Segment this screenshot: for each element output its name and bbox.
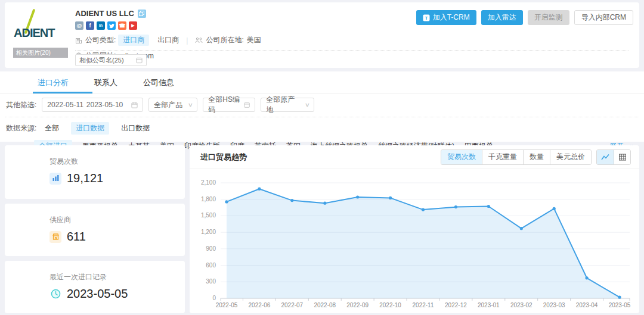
import-type-badge[interactable]: 进口商 (118, 35, 149, 46)
similar-company-text: 相似公司名(25) (79, 56, 124, 65)
chart-header: 进口贸易趋势 贸易次数 千克重量 数量 美元总价 (190, 145, 639, 169)
trade-count-label: 贸易次数 (49, 157, 185, 167)
svg-text:2023-02: 2023-02 (510, 302, 532, 308)
copy-icon[interactable] (138, 10, 146, 18)
calendar-icon (131, 102, 138, 108)
origin-select[interactable]: 全部原产地 ∨ (261, 98, 314, 112)
metric-trade-count[interactable]: 贸易次数 (441, 150, 482, 164)
table-view-button[interactable] (614, 150, 630, 164)
related-images-label[interactable]: 相关图片(20) (13, 48, 68, 58)
company-type-row: 公司类型: 进口商 出口商 | 公司所在地: 美国 (75, 35, 261, 46)
view-toggle-group (596, 149, 631, 165)
start-monitor-button[interactable]: 开启监测 (528, 10, 569, 25)
svg-text:2022-10: 2022-10 (379, 302, 401, 308)
suppliers-value: 611 (67, 230, 86, 244)
trend-line-chart: 03006009001,2001,5001,8002,1002022-05202… (190, 171, 639, 313)
location-label: 公司所在地: (206, 35, 243, 45)
add-radar-button[interactable]: 加入雷达 (481, 10, 523, 25)
svg-text:600: 600 (206, 262, 216, 269)
svg-text:2022-06: 2022-06 (249, 302, 271, 308)
logo-text: ADIENT (14, 26, 54, 40)
metric-kg-weight[interactable]: 千克重量 (482, 150, 523, 164)
data-source-label: 数据来源: (6, 123, 36, 133)
export-type-option[interactable]: 出口商 (157, 35, 179, 45)
filter-label: 其他筛选: (6, 100, 36, 110)
linkedin-icon[interactable]: in (97, 21, 105, 30)
company-name: ADIENT US LLC (75, 9, 134, 18)
last-import-value: 2023-05-05 (67, 287, 128, 301)
metric-usd-total[interactable]: 美元总价 (550, 150, 591, 164)
product-select[interactable]: 全部产品 ∨ (148, 98, 197, 112)
tab-import-analysis[interactable]: 进口分析 (38, 71, 69, 93)
chevron-down-icon: ∨ (304, 102, 309, 108)
people-icon (195, 37, 203, 43)
phone-icon[interactable]: ☎ (118, 21, 126, 30)
twitter-icon[interactable] (107, 21, 116, 30)
date-end: 2023-05-10 (86, 101, 123, 109)
facebook-icon[interactable]: f (86, 21, 94, 30)
clock-icon (49, 288, 61, 300)
tab-company-info[interactable]: 公司信息 (143, 71, 174, 93)
svg-text:2023-04: 2023-04 (576, 302, 598, 308)
data-source-import[interactable]: 进口数据 (71, 122, 109, 135)
last-import-card: 最近一次进口记录 2023-05-05 (5, 261, 185, 313)
dotted-divider (75, 50, 628, 51)
svg-text:1,500: 1,500 (201, 212, 216, 219)
origin-select-value: 全部原产地 (266, 95, 301, 115)
svg-text:900: 900 (206, 245, 216, 252)
panel-icon (244, 102, 250, 108)
data-source-export[interactable]: 出口数据 (121, 123, 150, 133)
t-crm-icon: T (423, 14, 430, 21)
suppliers-card: 供应商 611 (5, 204, 185, 256)
panel-icon (136, 57, 143, 64)
dotted-divider (5, 117, 639, 117)
company-name-row: ADIENT US LLC (75, 9, 261, 18)
svg-text:2023-01: 2023-01 (478, 302, 500, 308)
social-icons-row: @ f in ☎ ▶ (75, 21, 261, 30)
last-import-label: 最近一次进口记录 (49, 272, 185, 282)
trade-count-card: 贸易次数 19,121 (5, 145, 185, 199)
company-header-card: ADIENT 相关图片(20) ADIENT US LLC @ f in ☎ ▶… (5, 2, 639, 68)
metric-quantity[interactable]: 数量 (523, 150, 550, 164)
svg-text:2023-05: 2023-05 (609, 302, 631, 308)
add-tcrm-button[interactable]: T 加入T-CRM (416, 10, 476, 25)
svg-text:2022-07: 2022-07 (281, 302, 303, 308)
youtube-icon[interactable]: ▶ (129, 21, 137, 30)
line-chart-icon (601, 154, 609, 161)
building-icon (75, 37, 82, 44)
svg-text:2022-08: 2022-08 (314, 302, 336, 308)
import-crm-button[interactable]: 导入内部CRM (574, 10, 633, 25)
svg-text:2022-09: 2022-09 (346, 302, 369, 308)
vertical-divider: | (186, 36, 188, 45)
hs-code-value: 全部HS编码 (208, 95, 244, 115)
similar-company-input[interactable]: 相似公司名(25) (75, 54, 147, 66)
filter-row: 其他筛选: 2022-05-11 2023-05-10 全部产品 ∨ 全部HS编… (0, 98, 644, 112)
metric-button-group: 贸易次数 千克重量 数量 美元总价 (441, 149, 592, 165)
trend-chart-card: 进口贸易趋势 贸易次数 千克重量 数量 美元总价 03006009001,200… (190, 145, 639, 313)
data-source-all[interactable]: 全部 (45, 123, 59, 133)
chart-title: 进口贸易趋势 (200, 152, 247, 163)
svg-text:2023-03: 2023-03 (543, 302, 565, 308)
line-chart-view-button[interactable] (597, 150, 614, 164)
product-select-value: 全部产品 (154, 100, 182, 110)
supplier-store-icon (49, 231, 61, 243)
bar-chart-icon (49, 173, 61, 185)
svg-text:0: 0 (212, 295, 216, 301)
tab-contacts[interactable]: 联系人 (94, 71, 117, 93)
svg-text:T: T (425, 15, 428, 21)
svg-text:1,800: 1,800 (201, 196, 216, 202)
website-at-icon[interactable]: @ (75, 21, 83, 30)
hs-code-select[interactable]: 全部HS编码 (203, 98, 255, 112)
svg-text:300: 300 (206, 278, 216, 285)
trade-count-value: 19,121 (67, 171, 103, 185)
chevron-down-icon: ∨ (187, 102, 193, 108)
svg-text:2022-05: 2022-05 (216, 302, 238, 308)
date-start: 2022-05-11 (47, 101, 83, 109)
suppliers-label: 供应商 (49, 215, 185, 225)
svg-text:2022-12: 2022-12 (445, 302, 467, 308)
svg-text:2022-11: 2022-11 (413, 302, 434, 308)
svg-text:2,100: 2,100 (201, 179, 216, 186)
location-value: 美国 (247, 35, 261, 45)
date-range-picker[interactable]: 2022-05-11 2023-05-10 (42, 98, 143, 112)
svg-text:1,200: 1,200 (201, 229, 216, 235)
